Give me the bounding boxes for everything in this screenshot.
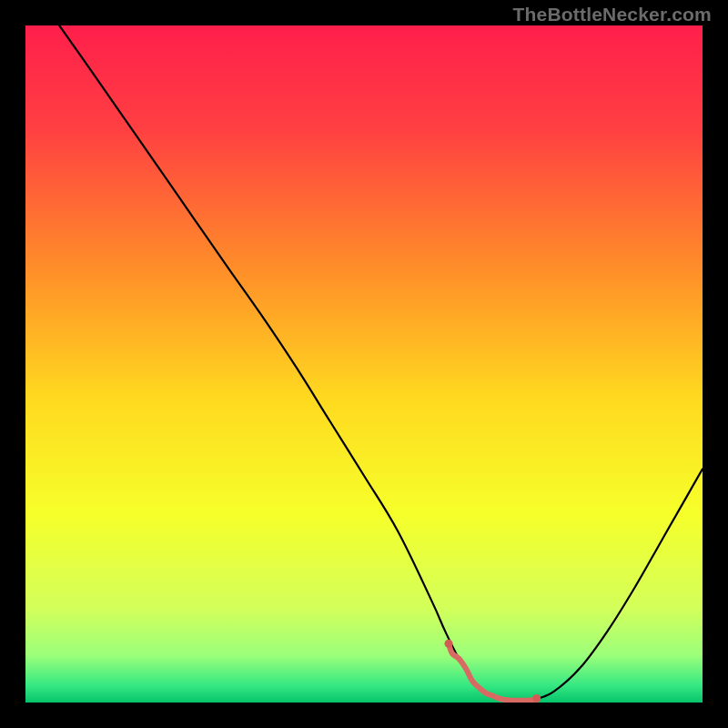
highlight-end-marker: [532, 694, 541, 703]
plot-area: [25, 25, 703, 703]
watermark-label: TheBottleNecker.com: [512, 4, 712, 25]
chart-container: TheBottleNecker.com: [0, 0, 728, 728]
bottleneck-chart-svg: [25, 25, 703, 703]
highlight-start-marker: [445, 640, 453, 648]
gradient-background: [25, 25, 703, 703]
